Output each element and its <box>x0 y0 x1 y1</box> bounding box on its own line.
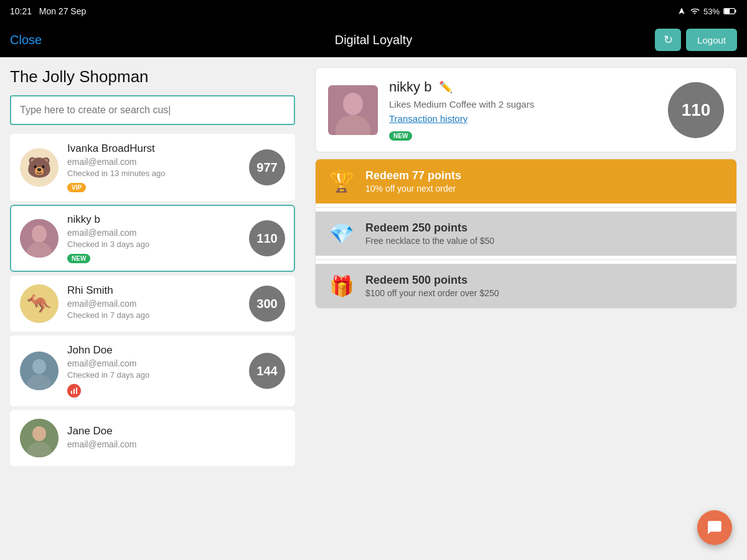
customer-info: Jane Doe email@email.com <box>67 425 285 451</box>
selected-customer-photo <box>328 85 378 135</box>
customer-email: email@email.com <box>67 228 240 238</box>
customer-item[interactable]: 🐻 Ivanka BroadHurst email@email.com Chec… <box>10 134 295 201</box>
app-title: Digital Loyalty <box>335 33 413 47</box>
selected-name-row: nikky b ✏️ <box>389 79 657 95</box>
chat-button[interactable] <box>697 510 732 545</box>
customer-info: Ivanka BroadHurst email@email.com Checke… <box>67 142 240 192</box>
wifi-icon <box>690 7 700 16</box>
edit-icon[interactable]: ✏️ <box>439 80 453 94</box>
reward-desc: $100 off your next order over $250 <box>365 288 499 298</box>
main-container: The Jolly Shopman 🐻 Ivanka BroadHurst em… <box>0 57 747 560</box>
status-date: Mon 27 Sep <box>39 6 87 16</box>
header-actions: ↻ Logout <box>655 29 737 51</box>
customer-checkin: Checked in 7 days ago <box>67 370 240 380</box>
svg-point-7 <box>32 359 46 374</box>
svg-rect-9 <box>71 391 72 394</box>
avatar: 🦘 <box>20 284 59 323</box>
customer-name: Jane Doe <box>67 425 285 437</box>
reward-item[interactable]: 🏆 Redeem 77 points 10% off your next ord… <box>316 159 736 203</box>
rewards-container: 🏆 Redeem 77 points 10% off your next ord… <box>315 159 737 309</box>
reward-info: Redeem 77 points 10% off your next order <box>365 169 461 194</box>
customer-info: John Doe email@email.com Checked in 7 da… <box>67 344 240 398</box>
reward-title: Redeem 250 points <box>365 222 494 235</box>
gift-icon: 🎁 <box>328 274 355 298</box>
avatar <box>20 352 59 390</box>
svg-point-4 <box>32 225 47 243</box>
customer-name: Ivanka BroadHurst <box>67 142 240 155</box>
customer-photo <box>20 219 59 258</box>
customer-item[interactable]: nikky b email@email.com Checked in 3 day… <box>10 205 295 272</box>
store-title: The Jolly Shopman <box>10 67 295 86</box>
refresh-icon: ↻ <box>664 33 673 47</box>
svg-rect-10 <box>73 389 75 394</box>
selected-points-circle: 110 <box>668 82 724 138</box>
navigation-icon <box>677 7 686 16</box>
reward-title: Redeem 500 points <box>365 274 499 287</box>
right-panel: nikky b ✏️ Likes Medium Coffee with 2 su… <box>305 57 747 560</box>
customer-checkin: Checked in 13 minutes ago <box>67 169 240 178</box>
status-time-date: 10:21 Mon 27 Sep <box>10 6 86 16</box>
customer-email: email@email.com <box>67 358 240 368</box>
logout-button[interactable]: Logout <box>686 29 737 51</box>
reward-item[interactable]: 💎 Redeem 250 points Free necklace to the… <box>316 212 736 256</box>
status-bar-right: 53% <box>677 7 737 16</box>
chart-badge <box>67 384 81 398</box>
selected-customer-card: nikky b ✏️ Likes Medium Coffee with 2 su… <box>315 67 737 152</box>
selected-customer-name: nikky b <box>389 79 431 95</box>
points-circle: 977 <box>249 149 285 185</box>
new-badge: NEW <box>67 254 90 263</box>
reward-info: Redeem 500 points $100 off your next ord… <box>365 274 499 298</box>
reward-info: Redeem 250 points Free necklace to the v… <box>365 222 494 246</box>
diamond-icon: 💎 <box>328 222 355 246</box>
avatar <box>20 219 59 258</box>
selected-preference: Likes Medium Coffee with 2 sugars <box>389 99 657 110</box>
avatar <box>20 419 59 457</box>
left-panel: The Jolly Shopman 🐻 Ivanka BroadHurst em… <box>0 57 305 560</box>
reward-desc: 10% off your next order <box>365 184 461 194</box>
search-input[interactable] <box>10 95 295 125</box>
divider <box>316 259 736 260</box>
reward-desc: Free necklace to the value of $50 <box>365 236 494 246</box>
svg-point-13 <box>32 426 46 441</box>
battery-level: 53% <box>703 7 720 16</box>
svg-rect-1 <box>724 9 730 13</box>
trophy-icon: 🏆 <box>328 170 355 194</box>
customer-name: Rhi Smith <box>67 284 240 297</box>
selected-avatar <box>328 85 378 135</box>
avatar: 🐻 <box>20 148 59 187</box>
customer-email: email@email.com <box>67 299 240 309</box>
svg-rect-11 <box>76 388 77 394</box>
status-time: 10:21 <box>10 6 32 16</box>
vip-badge: VIP <box>67 183 86 192</box>
selected-info: nikky b ✏️ Likes Medium Coffee with 2 su… <box>389 79 657 141</box>
customer-email: email@email.com <box>67 439 285 449</box>
points-circle: 110 <box>249 220 285 256</box>
customer-info: nikky b email@email.com Checked in 3 day… <box>67 213 240 263</box>
svg-point-16 <box>343 93 363 115</box>
divider <box>316 207 736 208</box>
customer-name: John Doe <box>67 344 240 357</box>
reward-title: Redeem 77 points <box>365 169 461 182</box>
customer-item[interactable]: John Doe email@email.com Checked in 7 da… <box>10 335 295 406</box>
chat-icon <box>707 520 723 536</box>
customer-item[interactable]: Jane Doe email@email.com <box>10 410 295 466</box>
customer-item[interactable]: 🦘 Rhi Smith email@email.com Checked in 7… <box>10 276 295 332</box>
points-circle: 300 <box>249 286 285 322</box>
refresh-button[interactable]: ↻ <box>655 29 681 51</box>
transaction-history-link[interactable]: Transaction history <box>389 113 467 124</box>
svg-rect-2 <box>735 10 736 12</box>
close-button[interactable]: Close <box>10 33 42 47</box>
customer-name: nikky b <box>67 213 240 226</box>
customer-photo <box>20 419 59 457</box>
chart-icon <box>70 387 78 394</box>
customer-checkin: Checked in 3 days ago <box>67 240 240 249</box>
customer-info: Rhi Smith email@email.com Checked in 7 d… <box>67 284 240 323</box>
customer-photo <box>20 352 59 390</box>
app-header: Close Digital Loyalty ↻ Logout <box>0 22 747 57</box>
customer-checkin: Checked in 7 days ago <box>67 310 240 320</box>
customer-email: email@email.com <box>67 157 240 167</box>
customer-list: 🐻 Ivanka BroadHurst email@email.com Chec… <box>10 134 295 466</box>
points-circle: 144 <box>249 353 285 389</box>
reward-item[interactable]: 🎁 Redeem 500 points $100 off your next o… <box>316 264 736 308</box>
battery-icon <box>723 7 737 15</box>
